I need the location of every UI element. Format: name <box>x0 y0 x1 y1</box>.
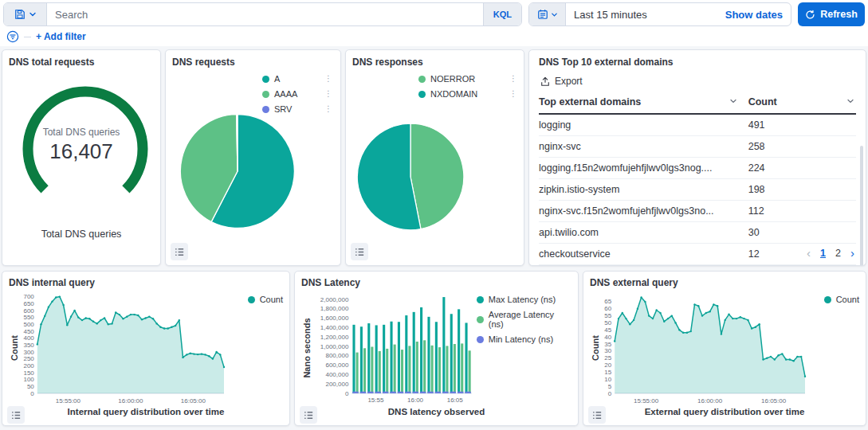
responses-pie-chart[interactable] <box>354 120 467 233</box>
legend-toggle-button[interactable] <box>171 243 188 260</box>
pie-slice-NOERROR[interactable] <box>410 123 464 229</box>
legend-dot <box>418 76 426 83</box>
page-number-1[interactable]: 1 <box>820 248 826 259</box>
avg-latency-bar <box>416 342 418 393</box>
legend-menu-icon[interactable]: ⋮ <box>498 90 517 98</box>
legend-menu-icon[interactable]: ⋮ <box>313 105 332 113</box>
min-latency-bar <box>405 392 410 393</box>
avg-latency-bar <box>386 349 388 393</box>
legend-item-Max Latency (ns)[interactable]: Max Latency (ns) <box>477 295 571 304</box>
column-header-count[interactable]: Count <box>748 92 856 114</box>
max-latency-bar <box>435 322 438 393</box>
legend-item-SRV[interactable]: SRV⋮ <box>262 104 332 114</box>
legend-dot <box>262 91 269 98</box>
table-cell: logging <box>539 114 748 136</box>
svg-text:200: 200 <box>23 362 34 369</box>
legend-dot <box>262 76 269 83</box>
svg-text:60: 60 <box>604 305 611 312</box>
avg-latency-bar <box>461 343 463 393</box>
search-input[interactable] <box>47 3 483 25</box>
time-range-value[interactable]: Last 15 minutes <box>566 3 717 25</box>
domains-table-body: logging491nginx-svc258logging.f15n2womfu… <box>539 114 856 265</box>
min-latency-bar <box>398 392 403 393</box>
table-cell: api.twilio.com <box>539 222 748 244</box>
legend-label: Max Latency (ns) <box>489 295 556 304</box>
min-latency-bar <box>352 392 358 393</box>
table-row[interactable]: nginx-svc.f15n2womfujehfjlwv0lgs3no...11… <box>539 201 856 222</box>
legend-label: Count <box>260 295 283 304</box>
export-button[interactable]: Export <box>540 76 856 87</box>
x-axis-title: External query distribution over time <box>590 406 859 418</box>
column-header-domains[interactable]: Top external domains <box>539 92 748 114</box>
table-row[interactable]: api.twilio.com30 <box>539 222 856 244</box>
svg-text:45: 45 <box>604 326 611 334</box>
saved-query-menu-button[interactable] <box>4 3 47 25</box>
svg-text:650: 650 <box>23 300 34 307</box>
min-latency-bar <box>465 392 470 393</box>
date-quick-select-button[interactable] <box>529 3 566 25</box>
max-latency-bar <box>360 326 363 393</box>
add-filter-button[interactable]: + Add filter <box>36 31 86 42</box>
table-row[interactable]: nginx-svc258 <box>539 136 856 158</box>
svg-text:55: 55 <box>604 312 611 319</box>
legend-toggle-button[interactable] <box>351 243 368 260</box>
refresh-button[interactable]: Refresh <box>798 2 865 26</box>
svg-text:600: 600 <box>23 307 34 315</box>
filter-icon[interactable] <box>6 30 19 43</box>
requests-pie-chart[interactable] <box>177 111 298 232</box>
avg-latency-bar <box>438 347 441 393</box>
refresh-label: Refresh <box>820 9 858 20</box>
table-row[interactable]: zipkin.istio-system198 <box>539 179 856 201</box>
legend-item-Count[interactable]: Count <box>824 295 859 304</box>
avg-latency-bar <box>454 344 456 393</box>
page-prev-button[interactable]: ‹ <box>807 246 811 260</box>
responses-pie-legend: NOERROR⋮NXDOMAIN⋮ <box>418 74 517 99</box>
save-icon <box>14 9 26 20</box>
legend-menu-icon[interactable]: ⋮ <box>313 90 332 98</box>
table-row[interactable]: logging491 <box>539 114 856 136</box>
svg-text:800,000: 800,000 <box>325 352 348 359</box>
page-numbers: 12 <box>820 248 841 259</box>
legend-label: AAAA <box>274 89 297 99</box>
min-latency-bar <box>420 392 426 393</box>
svg-text:100: 100 <box>23 376 34 383</box>
legend-item-NOERROR[interactable]: NOERROR⋮ <box>418 74 517 84</box>
svg-text:30: 30 <box>604 347 611 354</box>
legend-item-AAAA[interactable]: AAAA⋮ <box>262 89 332 99</box>
legend-toggle-button[interactable] <box>588 406 606 424</box>
legend-item-Count[interactable]: Count <box>248 295 283 304</box>
show-dates-button[interactable]: Show dates <box>717 3 791 25</box>
requests-pie-legend: A⋮AAAA⋮SRV⋮ <box>262 74 332 114</box>
gauge-label: Total DNS queries <box>2 127 160 138</box>
svg-text:0: 0 <box>608 390 612 397</box>
legend-item-Min Latency (ns)[interactable]: Min Latency (ns) <box>477 334 571 344</box>
gauge-value: 16,407 <box>2 139 160 164</box>
gauge-bottom-label: Total DNS queries <box>2 229 160 240</box>
list-icon <box>175 247 185 257</box>
page-number-2[interactable]: 2 <box>835 248 841 259</box>
max-latency-bar <box>450 314 453 393</box>
legend-toggle-button[interactable] <box>7 406 25 424</box>
svg-text:16:00:00: 16:00:00 <box>697 397 723 405</box>
table-scrollbar[interactable] <box>860 146 863 266</box>
latency-chart[interactable]: 0200,000400,000600,000800,0001,000,0001,… <box>312 290 477 406</box>
table-row[interactable]: logging.f15n2womfujehfjlwv0lgs3nog....22… <box>539 158 856 179</box>
max-latency-bar <box>427 317 430 393</box>
svg-text:2,000,000: 2,000,000 <box>320 296 349 303</box>
svg-text:1,800,000: 1,800,000 <box>320 305 349 312</box>
page-next-button[interactable]: › <box>850 246 854 260</box>
legend-item-NXDOMAIN[interactable]: NXDOMAIN⋮ <box>418 89 517 99</box>
legend-toggle-button[interactable] <box>300 406 317 424</box>
legend-item-A[interactable]: A⋮ <box>262 74 332 84</box>
svg-text:1,200,000: 1,200,000 <box>320 334 349 341</box>
kql-language-button[interactable]: KQL <box>483 3 521 25</box>
legend-dot <box>262 106 269 113</box>
internal-query-chart[interactable]: 0501001502002503003504004505005506006507… <box>20 290 229 406</box>
filter-divider <box>24 37 31 37</box>
legend-menu-icon[interactable]: ⋮ <box>498 75 517 83</box>
external-query-chart[interactable]: 0510152025303540455055606515:55:0016:00:… <box>601 290 810 406</box>
legend-item-Average Latency (ns)[interactable]: Average Latency (ns) <box>477 310 571 329</box>
legend-menu-icon[interactable]: ⋮ <box>313 75 332 83</box>
export-icon <box>540 76 550 87</box>
min-latency-bar <box>435 392 441 393</box>
